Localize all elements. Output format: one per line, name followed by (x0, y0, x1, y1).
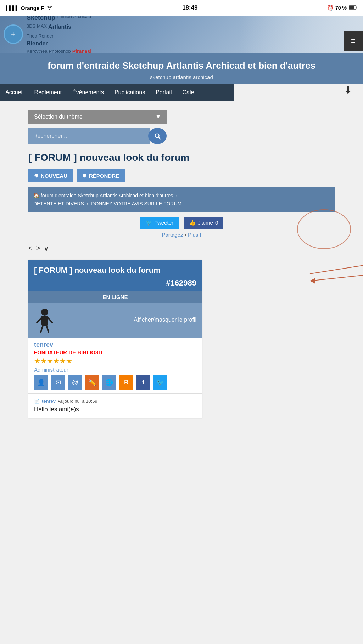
header-banner: + Sketchup Lumion Archicad 3DS MAX Artla… (0, 16, 363, 53)
share-link[interactable]: Partagez (162, 232, 183, 238)
svg-line-9 (46, 326, 49, 332)
post-card: [ FORUM ] nouveau look du forum #162989 … (28, 260, 202, 418)
social-row: 🐦 Tweeter 👍 J'aime 0 (28, 217, 335, 229)
status-left: ▌▌▌▌ Orange F (6, 5, 53, 11)
svg-line-7 (48, 318, 52, 323)
username: tenrev (34, 341, 196, 349)
search-input[interactable] (28, 128, 150, 144)
svg-rect-5 (41, 316, 48, 326)
user-email-button[interactable]: ✉ (51, 375, 65, 390)
nav-accueil[interactable]: Accueil (4, 89, 26, 96)
status-bar: ▌▌▌▌ Orange F 18:49 ⏰ 70 % (0, 0, 363, 16)
breadcrumb-cat2[interactable]: DONNEZ VOTRE AVIS SUR LE FORUM (91, 201, 182, 207)
jaime-button[interactable]: 👍 J'aime 0 (184, 217, 223, 229)
plus-icon: ⊕ (34, 173, 39, 179)
battery-percent: 70 % (335, 5, 347, 11)
svg-point-4 (41, 309, 48, 316)
logo-plus: + (11, 30, 16, 39)
profile-row: Afficher/masquer le profil (28, 303, 202, 338)
svg-point-3 (297, 210, 351, 249)
home-icon: 🏠 (33, 193, 39, 198)
svg-marker-13 (310, 278, 315, 284)
dropdown-icon[interactable]: ∨ (44, 244, 49, 253)
share-line: Partagez • Plus ! (28, 232, 335, 238)
nav-evenements[interactable]: Évènements (71, 89, 106, 96)
chevron-icon-2: › (87, 201, 89, 207)
avatar-area (34, 308, 55, 333)
nav-cale[interactable]: Cale... (181, 89, 201, 96)
nav-portail[interactable]: Portail (154, 89, 173, 96)
profile-info: Afficher/masquer le profil (134, 316, 196, 324)
prev-button[interactable]: < (28, 244, 33, 252)
svg-line-10 (310, 263, 363, 274)
action-buttons: ⊕ NOUVEAU ⊕ RÉPONDRE (28, 169, 335, 182)
post-author-link[interactable]: tenrev (42, 399, 56, 404)
reply-icon: ⊕ (82, 173, 87, 179)
user-facebook-button[interactable]: f (136, 375, 150, 390)
post-card-wrapper: [ FORUM ] nouveau look du forum #162989 … (28, 260, 335, 418)
user-stars: ★★★★★★ (34, 357, 196, 365)
next-button[interactable]: > (36, 244, 40, 252)
nav-reglement[interactable]: Règlement (33, 89, 63, 96)
header-text-block: Sketchup Lumion Archicad 3DS MAX Artlant… (27, 16, 97, 53)
hamburger-icon: ≡ (351, 36, 356, 46)
signal-bars: ▌▌▌▌ (6, 5, 19, 11)
theme-selector-dropdown[interactable]: Sélection du thème ▼ (28, 110, 167, 124)
post-card-header: [ FORUM ] nouveau look du forum #162989 (28, 260, 202, 291)
thumbsup-icon: 👍 (189, 220, 196, 226)
forum-subtitle: sketchup artlantis archicad (4, 74, 359, 80)
user-role: FONDATEUR DE BIBLIO3D (34, 349, 196, 355)
nouveau-button[interactable]: ⊕ NOUVEAU (28, 169, 73, 182)
user-profile-button[interactable]: 👤 (34, 375, 48, 390)
forum-title: forum d'entraide Sketchup Artlantis Arch… (4, 60, 359, 72)
forum-title-section: forum d'entraide Sketchup Artlantis Arch… (0, 53, 363, 84)
user-edit-button[interactable]: ✏️ (85, 375, 99, 390)
user-twitter-button[interactable]: 🐦 (153, 375, 167, 390)
twitter-icon: 🐦 (146, 220, 152, 226)
wifi-icon (46, 5, 53, 11)
svg-line-8 (41, 326, 43, 332)
user-globe-button[interactable]: 🌐 (102, 375, 116, 390)
post-time: Aujourd'hui à 10:59 (58, 399, 97, 404)
chevron-icon-1: › (176, 193, 178, 198)
user-details: tenrev FONDATEUR DE BIBLIO3D ★★★★★★ Admi… (28, 338, 202, 394)
tweet-button[interactable]: 🐦 Tweeter (140, 217, 179, 229)
main-content: Sélection du thème ▼ [ FORUM ] nouveau l… (0, 103, 363, 432)
alarm-icon: ⏰ (327, 5, 333, 11)
battery-icon (349, 5, 357, 11)
user-blog-button[interactable]: B (119, 375, 133, 390)
online-status-bar: EN LIGNE (28, 291, 202, 303)
svg-rect-1 (349, 6, 354, 9)
jaime-count: 0 (215, 220, 218, 226)
document-icon: 📄 (34, 399, 40, 404)
post-card-title: [ FORUM ] nouveau look du forum (34, 265, 196, 276)
post-meta: 📄 tenrev Aujourd'hui à 10:59 (34, 399, 196, 404)
annotation-arrows (306, 253, 363, 295)
down-arrow: ⬇ (344, 84, 352, 96)
user-action-icons: 👤 ✉ @ ✏️ 🌐 B f 🐦 (34, 375, 196, 390)
logo-circle: + (4, 24, 23, 44)
svg-rect-2 (356, 6, 357, 8)
breadcrumb-cat1[interactable]: DETENTE ET DIVERS (33, 201, 84, 207)
avatar (34, 308, 55, 333)
hamburger-button[interactable]: ≡ (344, 31, 363, 51)
breadcrumb: 🏠 forum d'entraide Sketchup Artlantis Ar… (28, 187, 335, 212)
breadcrumb-home[interactable]: forum d'entraide Sketchup Artlantis Arch… (41, 193, 173, 198)
svg-line-12 (310, 274, 363, 281)
user-badge: Administrateur (34, 367, 196, 373)
carrier-label: Orange F (21, 5, 44, 11)
nav-bar: Accueil Règlement Évènements Publication… (0, 84, 234, 101)
user-at-button[interactable]: @ (68, 375, 82, 390)
repondre-button[interactable]: ⊕ RÉPONDRE (77, 169, 125, 182)
search-icon (153, 132, 161, 140)
header-logo-area: + Sketchup Lumion Archicad 3DS MAX Artla… (0, 16, 97, 53)
status-right: ⏰ 70 % (327, 5, 357, 11)
search-bar (28, 128, 167, 144)
post-card-id: #162989 (34, 278, 196, 288)
post-title: [ FORUM ] nouveau look du forum (28, 151, 335, 164)
profile-action-label: Afficher/masquer le profil (134, 316, 196, 324)
plus-link[interactable]: Plus ! (188, 232, 201, 238)
svg-line-6 (37, 318, 41, 323)
search-button[interactable] (148, 128, 167, 144)
nav-publications[interactable]: Publications (113, 89, 147, 96)
